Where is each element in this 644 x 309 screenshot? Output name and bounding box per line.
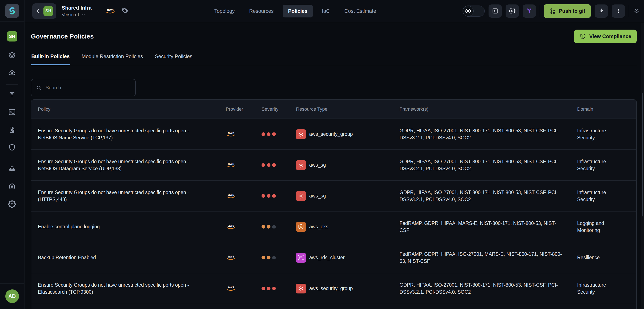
terminal-icon: [492, 8, 498, 14]
security-group-resource-icon: [296, 160, 306, 170]
version-label: Version 1: [62, 12, 80, 17]
sidebar-item-audit[interactable]: [8, 126, 16, 134]
hexagon-x-icon: [465, 8, 471, 14]
gear-icon: [8, 200, 16, 208]
sidebar-item-settings[interactable]: [8, 200, 16, 208]
version-selector[interactable]: Version 1: [62, 12, 92, 17]
tab-security-policies[interactable]: Security Policies: [154, 51, 193, 65]
page-title: Governance Policies: [31, 33, 94, 40]
aws-provider-icon: [226, 192, 236, 199]
domain-label: Infrastructure Security: [577, 159, 606, 171]
terraform-button[interactable]: [522, 4, 536, 18]
frameworks-list: GDPR, HIPAA, ISO-27001, NIST-800-171, NI…: [400, 190, 558, 202]
frameworks-list: GDPR, HIPAA, ISO-27001, NIST-800-171, NI…: [400, 128, 558, 140]
scrollbar-thumb[interactable]: [642, 93, 643, 216]
aws-provider-icon: [105, 7, 116, 15]
table-row[interactable]: Ensure Security Groups do not have unres…: [31, 273, 636, 304]
table-row[interactable]: Ensure Security Groups do not have unres…: [31, 150, 636, 181]
frameworks-cell: GDPR, HIPAA, ISO-27001, NIST-800-171, NI…: [400, 127, 577, 141]
terraform-icon: [526, 8, 532, 14]
divider: [629, 5, 629, 17]
document-search-icon: [8, 126, 16, 134]
severity-indicator: [262, 194, 296, 198]
domain-cell: Infrastructure Security: [577, 282, 636, 295]
sidebar-item-terminal[interactable]: [8, 108, 16, 116]
user-avatar[interactable]: AD: [5, 290, 19, 303]
more-options-button[interactable]: [612, 4, 625, 18]
simulation-toggle[interactable]: [462, 5, 485, 16]
rds-resource-icon: [296, 253, 306, 263]
security-group-resource-icon: [296, 129, 306, 139]
severity-dot: [267, 163, 270, 167]
aws-provider-icon: [226, 254, 236, 261]
aws-provider-icon: [226, 162, 236, 169]
sidebar-item-guardrails[interactable]: [8, 143, 16, 151]
sidebar-item-private-registry[interactable]: [8, 183, 16, 190]
table-row[interactable]: Ensure Security Groups do not have unres…: [31, 119, 636, 150]
back-button[interactable]: SH: [32, 3, 56, 19]
policy-cell: Ensure Security Groups do not have unres…: [31, 158, 226, 172]
tab-built-in-policies[interactable]: Built-in Policies: [31, 51, 70, 65]
settings-button[interactable]: [506, 4, 519, 18]
view-compliance-button[interactable]: View Compliance: [574, 29, 637, 43]
nav-item-cost-estimate[interactable]: Cost Estimate: [339, 5, 382, 17]
gear-icon: [509, 8, 516, 14]
sidebar-workspace-badge[interactable]: SH: [7, 31, 17, 41]
workspace-title: Shared Infra: [62, 5, 92, 11]
sidebar-item-branches[interactable]: [8, 90, 16, 98]
topbar-actions: Push to git: [462, 0, 640, 22]
resource-type-cell: aws_eks: [296, 222, 400, 232]
resource-type-cell: aws_sg: [296, 160, 400, 170]
brand-logo-icon: [8, 6, 16, 15]
table-row[interactable]: Enable control plane logging aws_eks Fed…: [31, 212, 636, 242]
severity-indicator: [262, 132, 296, 136]
severity-dot: [272, 194, 276, 198]
resource-type-cell: aws_security_group: [296, 284, 400, 294]
search-icon: [36, 85, 42, 91]
resource-type-label: aws_security_group: [309, 131, 353, 137]
nav-item-resources[interactable]: Resources: [244, 5, 279, 17]
severity-indicator: [262, 163, 296, 167]
collapse-chevrons-icon[interactable]: [633, 7, 640, 15]
search-box[interactable]: [31, 79, 136, 96]
sidebar-item-cloud-inventory[interactable]: [8, 69, 16, 77]
nav-item-topology[interactable]: Topology: [209, 5, 240, 17]
policy-name: Ensure Security Groups do not have unres…: [38, 282, 189, 295]
severity-dot: [262, 225, 265, 229]
tab-module-restriction-policies[interactable]: Module Restriction Policies: [81, 51, 143, 65]
cli-button[interactable]: [488, 4, 502, 18]
tags-icon[interactable]: [122, 7, 129, 15]
chevron-down-icon: [82, 13, 86, 16]
severity-indicator: [262, 287, 296, 290]
domain-cell: Logging and Monitoring: [577, 220, 636, 234]
topbar: SH Shared Infra Version 1 Topology Resou…: [0, 0, 644, 22]
severity-dot: [262, 287, 265, 290]
domain-label: Logging and Monitoring: [577, 221, 604, 233]
app-logo[interactable]: [5, 4, 19, 18]
aws-provider-icon: [226, 285, 236, 292]
sidebar-item-stacks[interactable]: [8, 51, 16, 59]
severity-dot: [267, 225, 270, 229]
toggle-knob: [462, 5, 474, 16]
nav-item-iac[interactable]: IaC: [316, 5, 336, 17]
aws-provider-icon: [226, 131, 236, 138]
divider: [98, 5, 98, 17]
nav-item-policies[interactable]: Policies: [282, 5, 313, 17]
severity-dot: [272, 287, 276, 290]
sidebar-item-modules[interactable]: [8, 165, 16, 173]
eks-resource-icon: [296, 222, 306, 232]
policy-name: Ensure Security Groups do not have unres…: [38, 190, 189, 202]
push-to-git-button[interactable]: Push to git: [544, 4, 591, 18]
table-row[interactable]: Backup Retention Enabled aws_rds_cluster…: [31, 242, 636, 273]
column-header-provider: Provider: [226, 106, 262, 112]
resource-type-cell: aws_sg: [296, 191, 400, 201]
download-icon: [598, 8, 604, 14]
domain-cell: Resilience: [577, 254, 636, 261]
severity-dot: [267, 287, 270, 290]
table-row[interactable]: Ensure Security Groups do not have unres…: [31, 181, 636, 212]
download-button[interactable]: [594, 4, 608, 18]
scrollbar-track[interactable]: [641, 23, 644, 309]
search-input[interactable]: [45, 85, 130, 91]
domain-label: Infrastructure Security: [577, 190, 606, 202]
frameworks-list: FedRAMP, GDPR, HIPAA, MARS-E, NIST-800-1…: [400, 221, 556, 233]
